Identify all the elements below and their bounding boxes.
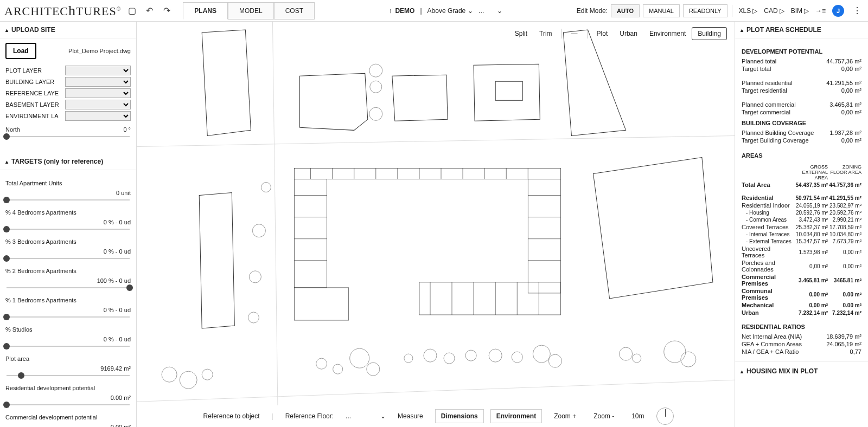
area-value-zfa: 0.00 bbox=[828, 302, 861, 308]
right-panel: PLOT AREA SCHEDULE DEVELOPMENT POTENTIAL… bbox=[735, 22, 868, 427]
undo-icon[interactable]: ↶ bbox=[143, 4, 156, 17]
layer-building[interactable]: Building bbox=[692, 27, 727, 40]
dimensions-button[interactable]: Dimensions bbox=[435, 409, 484, 423]
tab-cost[interactable]: COST bbox=[274, 2, 315, 20]
metric-value: 41.291,55 bbox=[826, 80, 861, 86]
export-extra-icon[interactable]: →≡ bbox=[815, 7, 826, 15]
dots-label: ... bbox=[478, 7, 484, 15]
target-label: % 4 Bedrooms Apartments bbox=[5, 209, 76, 216]
target-slider[interactable] bbox=[7, 199, 130, 200]
target-slider[interactable] bbox=[7, 316, 130, 318]
area-label: Mechanical bbox=[742, 302, 794, 308]
upload-site-header[interactable]: UPLOAD SITE bbox=[0, 22, 136, 38]
target-slider[interactable] bbox=[7, 404, 130, 405]
area-label: - Internal Terraces bbox=[742, 231, 794, 237]
load-button[interactable]: Load bbox=[5, 43, 36, 59]
metric-value: 0,00 bbox=[841, 109, 861, 115]
environment-layer-select[interactable] bbox=[65, 111, 131, 121]
zoom-out-button[interactable]: Zoom - bbox=[588, 410, 620, 423]
svg-point-42 bbox=[333, 364, 343, 374]
north-slider[interactable] bbox=[7, 136, 130, 137]
export-bim[interactable]: BIM▷ bbox=[791, 7, 809, 15]
secondary-dropdown[interactable]: ... ⌄ bbox=[478, 7, 502, 15]
target-slider[interactable] bbox=[7, 287, 130, 288]
plot-layer-label: PLOT LAYER bbox=[5, 67, 65, 74]
mode-auto[interactable]: AUTO bbox=[611, 4, 640, 17]
export-xls[interactable]: XLS▷ bbox=[739, 7, 758, 15]
avatar[interactable]: J bbox=[832, 5, 844, 17]
target-slider[interactable] bbox=[7, 346, 130, 347]
area-value-zfa: 2.990,21 bbox=[828, 217, 861, 223]
measure-button[interactable]: Measure bbox=[392, 410, 429, 423]
reference-layer-select[interactable] bbox=[65, 88, 131, 98]
basement-layer-select[interactable] bbox=[65, 100, 131, 109]
layer-urban[interactable]: Urban bbox=[614, 27, 643, 40]
filename-label: Plot_Demo Project.dwg bbox=[68, 48, 131, 54]
target-slider[interactable] bbox=[7, 375, 130, 376]
targets-header[interactable]: TARGETS (only for reference) bbox=[0, 153, 136, 170]
svg-rect-0 bbox=[495, 81, 522, 100]
metric-label: Target Building Coverage bbox=[742, 137, 809, 144]
upload-demo-button[interactable]: ↑ DEMO bbox=[388, 7, 414, 15]
redo-icon[interactable]: ↷ bbox=[160, 4, 173, 17]
zoom-in-button[interactable]: Zoom + bbox=[548, 410, 582, 423]
grade-dropdown[interactable]: Above Grade ⌄ bbox=[427, 7, 474, 15]
plan-drawing bbox=[137, 22, 735, 427]
export-cad[interactable]: CAD▷ bbox=[764, 7, 784, 15]
metric-label: Planned Building Coverage bbox=[742, 130, 814, 136]
target-value: 0 unit bbox=[5, 190, 131, 196]
plot-area-schedule-header[interactable]: PLOT AREA SCHEDULE bbox=[735, 22, 868, 38]
metric-value: 3.465,81 bbox=[829, 101, 861, 108]
svg-point-46 bbox=[424, 349, 437, 362]
tab-model[interactable]: MODEL bbox=[228, 2, 274, 20]
bldg-coverage-title: BUILDING COVERAGE bbox=[742, 120, 861, 126]
reference-floor-dropdown[interactable]: ...⌄ bbox=[346, 412, 386, 420]
building-layer-select[interactable] bbox=[65, 77, 131, 87]
area-value-gea: 3.472,43 bbox=[794, 217, 828, 223]
environment-button[interactable]: Environment bbox=[490, 409, 542, 423]
tab-plans[interactable]: PLANS bbox=[183, 2, 228, 20]
layer-environment[interactable]: Environment bbox=[643, 27, 692, 40]
svg-point-35 bbox=[252, 224, 265, 237]
reference-floor-label: Reference Floor: bbox=[280, 410, 339, 423]
ratios-title: RESIDENTIAL RATIOS bbox=[742, 324, 861, 330]
play-icon: ▷ bbox=[804, 7, 809, 15]
canvas[interactable]: Split Trim — Plot Urban Environment Buil… bbox=[137, 22, 735, 427]
chevron-down-icon: ⌄ bbox=[380, 412, 386, 420]
target-label: % Studios bbox=[5, 326, 33, 333]
area-value-gea: 1.523,98 bbox=[794, 249, 828, 255]
housing-mix-header[interactable]: HOUSING MIX IN PLOT bbox=[735, 361, 868, 380]
save-icon[interactable]: ▢ bbox=[125, 4, 138, 17]
north-value: 0 bbox=[123, 126, 126, 133]
area-label: - External Terraces bbox=[742, 238, 794, 244]
area-value-gea: 10.034,80 bbox=[794, 231, 828, 237]
area-value-zfa: 0,00 bbox=[828, 263, 861, 269]
svg-point-39 bbox=[180, 371, 197, 389]
compass-icon[interactable] bbox=[656, 407, 674, 425]
bottom-bar: Reference to object | Reference Floor: .… bbox=[137, 405, 735, 427]
target-label: % 2 Bedrooms Apartments bbox=[5, 268, 76, 274]
basement-layer-label: BASEMENT LAYER bbox=[5, 101, 65, 108]
target-value: 0 % - 0 ud bbox=[5, 248, 131, 255]
target-label: % 3 Bedrooms Apartments bbox=[5, 238, 76, 245]
plot-layer-select[interactable] bbox=[65, 66, 131, 75]
mode-readonly[interactable]: READONLY bbox=[683, 4, 727, 17]
svg-point-43 bbox=[350, 348, 369, 368]
target-slider[interactable] bbox=[7, 229, 130, 230]
svg-point-34 bbox=[261, 183, 271, 192]
tool-split[interactable]: Split bbox=[509, 27, 533, 40]
layer-plot[interactable]: Plot bbox=[591, 27, 614, 40]
ratio-label: NIA / GEA + CA Ratio bbox=[742, 348, 799, 355]
tool-trim[interactable]: Trim bbox=[533, 27, 558, 40]
svg-point-41 bbox=[316, 358, 327, 369]
tool-minus[interactable]: — bbox=[565, 27, 584, 40]
target-slider[interactable] bbox=[7, 258, 130, 259]
svg-rect-1 bbox=[295, 168, 561, 179]
mode-manual[interactable]: MANUAL bbox=[643, 4, 680, 17]
reference-to-object[interactable]: Reference to object bbox=[198, 410, 265, 423]
demo-label: DEMO bbox=[395, 7, 414, 15]
area-value-zfa: 41.291,55 bbox=[828, 195, 861, 201]
more-menu-icon[interactable]: ⋮ bbox=[851, 5, 864, 16]
ratio-label: Net Internal Area (NIA) bbox=[742, 333, 802, 340]
area-value-gea: 54.437,35 bbox=[794, 182, 828, 188]
